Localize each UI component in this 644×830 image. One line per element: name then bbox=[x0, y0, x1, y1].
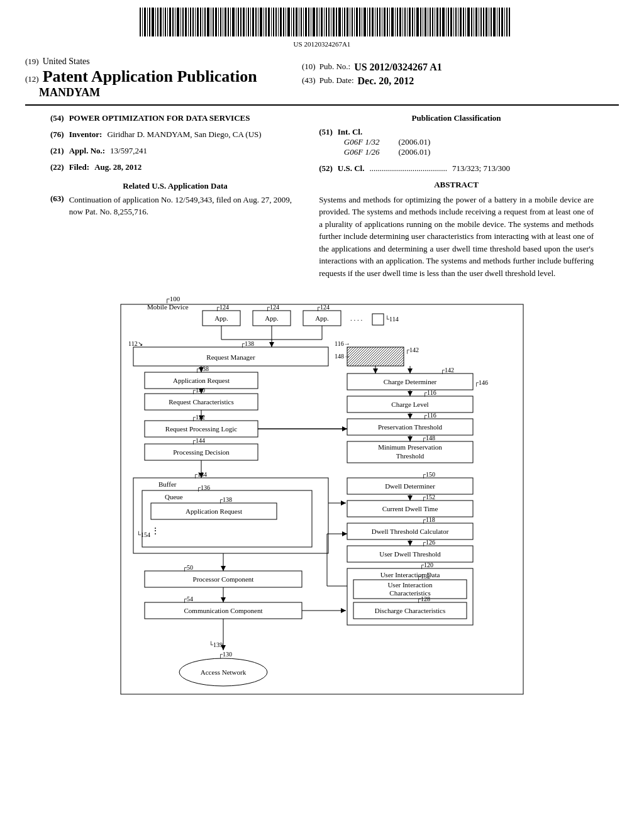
diagram-container: ┌100 Mobile Device App. ┌124 App. ┌124 A… bbox=[102, 292, 542, 719]
pub-no-label: Pub. No.: bbox=[319, 62, 350, 73]
svg-text:App.: App. bbox=[214, 314, 228, 322]
us-cl-block: (52) U.S. Cl. ..........................… bbox=[319, 163, 594, 174]
svg-rect-4 bbox=[147, 8, 148, 36]
inventor-value: Giridhar D. MANDYAM, San Diego, CA (US) bbox=[107, 130, 261, 140]
svg-rect-7 bbox=[155, 8, 156, 36]
svg-rect-116 bbox=[430, 8, 431, 36]
svg-text:Communication Component: Communication Component bbox=[184, 607, 263, 614]
svg-text:Mobile Device: Mobile Device bbox=[147, 303, 189, 311]
svg-rect-142 bbox=[497, 8, 497, 36]
svg-rect-110 bbox=[414, 8, 415, 36]
svg-text:└114: └114 bbox=[385, 315, 399, 323]
svg-rect-19 bbox=[185, 8, 187, 36]
svg-rect-75 bbox=[326, 8, 327, 36]
svg-rect-140 bbox=[491, 8, 492, 36]
svg-rect-20 bbox=[188, 8, 189, 36]
svg-rect-117 bbox=[432, 8, 433, 36]
svg-rect-79 bbox=[336, 8, 337, 36]
svg-text:┌128: ┌128 bbox=[416, 595, 430, 603]
body-section: (54) POWER OPTIMIZATION FOR DATA SERVICE… bbox=[25, 106, 619, 286]
svg-rect-113 bbox=[423, 8, 423, 36]
abstract-text: Systems and methods for optimizing the p… bbox=[319, 194, 594, 280]
svg-text:Application Request: Application Request bbox=[173, 377, 230, 384]
svg-rect-48 bbox=[258, 8, 258, 36]
inventor-last-name: MANDYAM bbox=[39, 86, 100, 99]
svg-rect-138 bbox=[486, 8, 487, 36]
header-top: (19) United States (12) Patent Applicati… bbox=[25, 57, 619, 106]
svg-rect-27 bbox=[204, 8, 206, 36]
related-block: Related U.S. Application Data (63) Conti… bbox=[50, 181, 300, 218]
svg-rect-98 bbox=[384, 8, 386, 36]
svg-text:Request Manager: Request Manager bbox=[206, 353, 255, 361]
svg-marker-282 bbox=[408, 414, 413, 419]
svg-rect-102 bbox=[395, 8, 396, 36]
abstract-title: ABSTRACT bbox=[319, 180, 594, 190]
svg-text:Minimum Preservation: Minimum Preservation bbox=[378, 443, 442, 451]
inventor-block: (76) Inventor: Giridhar D. MANDYAM, San … bbox=[50, 130, 300, 140]
int-cl-label: Int. Cl. bbox=[338, 127, 362, 136]
svg-rect-52 bbox=[268, 8, 270, 36]
svg-text:Request  Characteristics: Request Characteristics bbox=[169, 398, 234, 406]
svg-rect-28 bbox=[207, 8, 209, 36]
svg-text:┌142: ┌142 bbox=[440, 367, 454, 374]
svg-rect-120 bbox=[440, 8, 441, 36]
num-19: (19) bbox=[25, 57, 39, 67]
svg-text:┌138: ┌138 bbox=[218, 496, 232, 504]
svg-text:└154: └154 bbox=[136, 531, 150, 538]
us-cl-label: U.S. Cl. bbox=[338, 163, 365, 174]
us-cl-value: 713/323; 713/300 bbox=[452, 163, 510, 174]
svg-rect-90 bbox=[364, 8, 366, 36]
svg-text:Access Network: Access Network bbox=[201, 668, 247, 676]
svg-text:┌130: ┌130 bbox=[218, 651, 232, 658]
svg-rect-35 bbox=[225, 8, 226, 36]
svg-text:┌140: ┌140 bbox=[191, 387, 205, 394]
svg-rect-17 bbox=[180, 8, 181, 36]
svg-rect-147 bbox=[509, 8, 510, 36]
svg-rect-25 bbox=[200, 8, 201, 36]
svg-rect-40 bbox=[238, 8, 239, 36]
svg-rect-45 bbox=[250, 8, 251, 36]
svg-marker-262 bbox=[221, 597, 226, 602]
svg-rect-62 bbox=[293, 8, 294, 36]
svg-rect-31 bbox=[215, 8, 217, 36]
svg-rect-82 bbox=[344, 8, 345, 36]
related-app-title: Related U.S. Application Data bbox=[50, 181, 300, 191]
svg-text:⋮: ⋮ bbox=[151, 526, 160, 536]
svg-rect-68 bbox=[308, 8, 309, 36]
int-cl-2-year: (2006.01) bbox=[399, 147, 431, 157]
svg-marker-280 bbox=[373, 368, 378, 374]
svg-text:Threshold: Threshold bbox=[396, 452, 425, 460]
svg-rect-64 bbox=[299, 8, 299, 36]
svg-rect-50 bbox=[264, 8, 264, 36]
svg-text:┌116: ┌116 bbox=[423, 412, 436, 419]
pub-no-line: (10) Pub. No.: US 2012/0324267 A1 bbox=[302, 62, 619, 73]
svg-rect-53 bbox=[271, 8, 272, 36]
svg-rect-80 bbox=[338, 8, 341, 36]
svg-text:Discharge Characteristics: Discharge Characteristics bbox=[375, 607, 446, 614]
svg-rect-58 bbox=[283, 8, 284, 36]
barcode-image bbox=[133, 6, 511, 38]
svg-marker-224 bbox=[341, 501, 346, 506]
svg-rect-94 bbox=[375, 8, 375, 36]
svg-rect-123 bbox=[448, 8, 449, 36]
svg-rect-1 bbox=[140, 8, 141, 36]
svg-rect-131 bbox=[467, 8, 470, 36]
svg-text:Dwell Determiner: Dwell Determiner bbox=[385, 482, 435, 490]
svg-text:Processor Component: Processor Component bbox=[193, 575, 254, 583]
title-block: (54) POWER OPTIMIZATION FOR DATA SERVICE… bbox=[50, 113, 300, 123]
svg-rect-136 bbox=[480, 8, 482, 36]
svg-rect-30 bbox=[213, 8, 214, 36]
svg-rect-81 bbox=[342, 8, 343, 36]
svg-rect-85 bbox=[352, 8, 353, 36]
pub-date-label: Pub. Date: bbox=[319, 75, 354, 87]
svg-text:112↘: 112↘ bbox=[128, 340, 143, 347]
svg-rect-69 bbox=[311, 8, 311, 36]
svg-rect-13 bbox=[169, 8, 171, 36]
svg-rect-139 bbox=[489, 8, 489, 36]
related-text: Continuation of application No. 12/549,3… bbox=[69, 194, 300, 218]
svg-rect-99 bbox=[387, 8, 388, 36]
svg-rect-41 bbox=[240, 8, 242, 36]
svg-marker-240 bbox=[408, 541, 413, 546]
svg-text:Queue: Queue bbox=[165, 493, 183, 501]
svg-rect-134 bbox=[475, 8, 477, 36]
